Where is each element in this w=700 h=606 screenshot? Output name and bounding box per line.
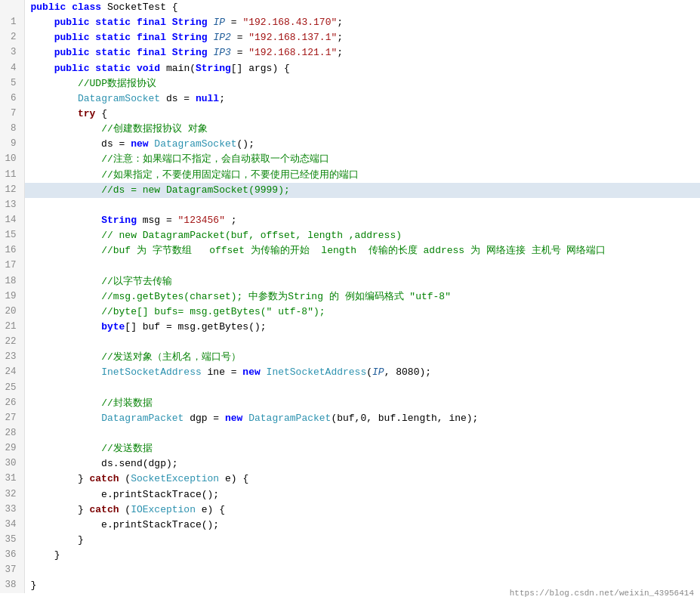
- line-content: DatagramPacket dgp = new DatagramPacket(…: [24, 411, 700, 426]
- line-number: 5: [0, 76, 24, 91]
- watermark: https://blog.csdn.net/weixin_43956414: [510, 587, 694, 600]
- line-number: 17: [0, 258, 24, 274]
- line-number: 29: [0, 441, 24, 456]
- line-number: 1: [0, 15, 24, 30]
- line-number: 27: [0, 411, 24, 426]
- line-content: e.printStackTrace();: [24, 518, 700, 533]
- line-content: String msg = "123456" ;: [24, 213, 700, 228]
- line-content: [24, 381, 700, 396]
- line-content: //如果指定，不要使用固定端口，不要使用已经使用的端口: [24, 168, 700, 183]
- line-number: 22: [0, 335, 24, 350]
- line-content: //ds = new DatagramSocket(9999);: [24, 183, 700, 198]
- line-content: InetSocketAddress ine = new InetSocketAd…: [24, 365, 700, 380]
- line-content: try {: [24, 107, 700, 122]
- line-content: }: [24, 548, 700, 563]
- line-content: e.printStackTrace();: [24, 487, 700, 502]
- code-table: public class SocketTest {1 public static…: [0, 0, 700, 593]
- line-number: 35: [0, 533, 24, 548]
- line-number: 30: [0, 456, 24, 472]
- line-content: }: [24, 533, 700, 548]
- line-content: //创建数据报协议 对象: [24, 122, 700, 137]
- line-content: [24, 198, 700, 213]
- line-number: 12: [0, 183, 24, 198]
- line-number: 36: [0, 548, 24, 563]
- line-number: 7: [0, 107, 24, 122]
- line-number: 9: [0, 137, 24, 152]
- line-number: 38: [0, 578, 24, 593]
- line-content: //msg.getBytes(charset); 中参数为String 的 例如…: [24, 289, 700, 305]
- line-content: //注意：如果端口不指定，会自动获取一个动态端口: [24, 152, 700, 167]
- line-content: public class SocketTest {: [24, 0, 700, 15]
- line-number: [0, 0, 24, 15]
- line-content: //以字节去传输: [24, 274, 700, 289]
- line-number: 2: [0, 30, 24, 45]
- line-number: 25: [0, 381, 24, 396]
- line-number: 24: [0, 365, 24, 380]
- line-content: //buf 为 字节数组 offset 为传输的开始 length 传输的长度 …: [24, 243, 700, 258]
- line-number: 16: [0, 243, 24, 258]
- line-number: 13: [0, 198, 24, 213]
- line-number: 23: [0, 350, 24, 365]
- line-content: ds = new DatagramSocket();: [24, 137, 700, 152]
- line-number: 33: [0, 502, 24, 518]
- line-number: 11: [0, 168, 24, 183]
- line-number: 32: [0, 487, 24, 502]
- line-content: public static final String IP = "192.168…: [24, 15, 700, 30]
- line-number: 8: [0, 122, 24, 137]
- line-content: } catch (IOException e) {: [24, 502, 700, 518]
- line-content: byte[] buf = msg.getBytes();: [24, 320, 700, 335]
- line-content: public static final String IP2 = "192.16…: [24, 30, 700, 45]
- line-content: //封装数据: [24, 396, 700, 411]
- line-content: // new DatagramPacket(buf, offset, lengt…: [24, 228, 700, 243]
- code-editor: public class SocketTest {1 public static…: [0, 0, 700, 606]
- line-content: //发送对象（主机名，端口号）: [24, 350, 700, 365]
- line-content: [24, 335, 700, 350]
- line-number: 10: [0, 152, 24, 167]
- line-number: 31: [0, 472, 24, 487]
- line-number: 6: [0, 91, 24, 107]
- line-number: 34: [0, 518, 24, 533]
- line-content: public static final String IP3 = "192.16…: [24, 45, 700, 60]
- line-number: 18: [0, 274, 24, 289]
- line-number: 3: [0, 45, 24, 60]
- line-content: //UDP数据报协议: [24, 76, 700, 91]
- line-number: 28: [0, 426, 24, 441]
- line-content: public static void main(String[] args) {: [24, 61, 700, 76]
- line-number: 4: [0, 61, 24, 76]
- line-content: DatagramSocket ds = null;: [24, 91, 700, 107]
- line-content: //byte[] bufs= msg.getBytes(" utf-8");: [24, 305, 700, 320]
- line-content: //发送数据: [24, 441, 700, 456]
- line-number: 20: [0, 305, 24, 320]
- line-number: 26: [0, 396, 24, 411]
- line-content: [24, 563, 700, 578]
- line-number: 37: [0, 563, 24, 578]
- line-content: } catch (SocketException e) {: [24, 472, 700, 487]
- line-number: 21: [0, 320, 24, 335]
- line-content: [24, 426, 700, 441]
- line-content: [24, 258, 700, 274]
- line-content: ds.send(dgp);: [24, 456, 700, 472]
- line-number: 19: [0, 289, 24, 305]
- line-number: 15: [0, 228, 24, 243]
- line-number: 14: [0, 213, 24, 228]
